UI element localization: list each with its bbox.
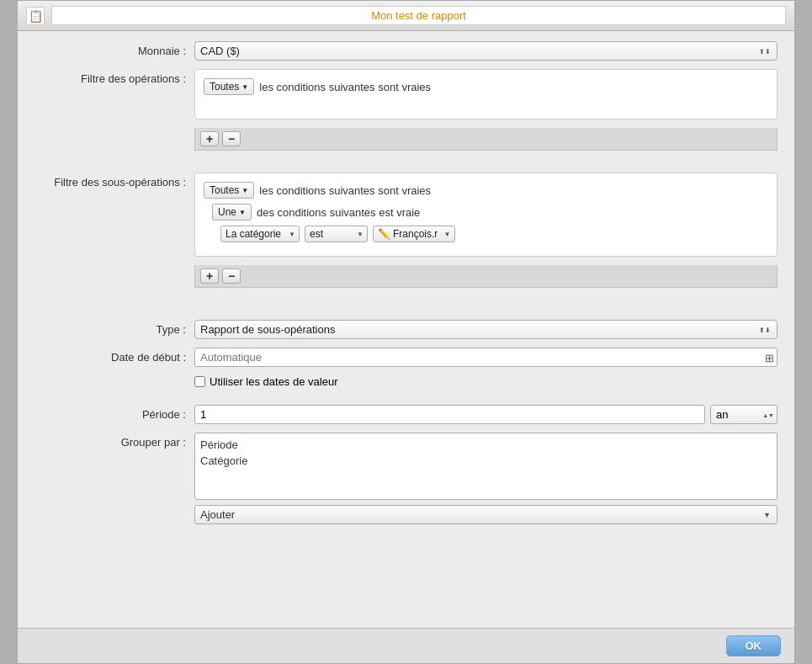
type-label: Type : xyxy=(34,320,194,336)
filtre-operations-row: Filtre des opérations : Toutes les condi… xyxy=(34,69,778,120)
utiliser-dates-checkbox-row: Utiliser les dates de valeur xyxy=(194,375,778,388)
date-input-wrapper: ⊞ xyxy=(194,348,778,367)
date-debut-input[interactable] xyxy=(194,348,778,367)
filtre-sous-operations-box: Toutes les conditions suivantes sont vra… xyxy=(194,173,778,257)
type-select[interactable]: Rapport de sous-opérations Rapport stand… xyxy=(194,320,778,339)
francois-value-button[interactable]: ✏️ François.r xyxy=(373,226,455,242)
utiliser-dates-row: Utiliser les dates de valeur xyxy=(34,375,778,396)
filtre-sous-row-2: Une des conditions suivantes est vraie xyxy=(212,204,768,220)
filtre-operations-label: Filtre des opérations : xyxy=(34,69,194,85)
date-debut-label: Date de début : xyxy=(34,348,194,364)
add-remove-row-2: + − xyxy=(34,265,778,301)
filtre-sous-row-3: La catégorie Le tiers Le montant est n'e… xyxy=(220,226,768,242)
toutes-button-2[interactable]: Toutes xyxy=(204,182,254,199)
une-condition-text: des conditions suivantes est vraie xyxy=(257,206,420,219)
filtre-sous-condition-text: les conditions suivantes sont vraies xyxy=(259,184,431,197)
grouper-par-row: Grouper par : Période Catégorie Ajouter … xyxy=(34,433,778,524)
add-remove-bar-2: + − xyxy=(194,265,778,288)
toutes-button-1[interactable]: Toutes xyxy=(204,78,254,95)
add-filter-2-button[interactable]: + xyxy=(200,268,219,284)
periode-unit-select[interactable]: an mois semaine xyxy=(710,405,778,424)
filtre-sous-row-1: Toutes les conditions suivantes sont vra… xyxy=(204,182,768,199)
add-remove-bar-1: + − xyxy=(194,128,778,151)
filtre-sous-operations-row: Filtre des sous-opérations : Toutes les … xyxy=(34,173,778,257)
periode-label: Période : xyxy=(34,405,194,421)
periode-row: Période : an mois semaine xyxy=(34,405,778,424)
periode-control: an mois semaine xyxy=(194,405,778,424)
monnaie-row: Monnaie : CAD ($) USD ($) EUR (€) xyxy=(34,41,778,61)
francois-label: François.r xyxy=(393,228,438,240)
type-select-wrapper: Rapport de sous-opérations Rapport stand… xyxy=(194,320,778,339)
category-select-wrapper: La catégorie Le tiers Le montant xyxy=(220,226,300,242)
est-select-wrapper: est n'est pas contient xyxy=(305,226,368,242)
dialog-footer: OK xyxy=(18,628,794,663)
utiliser-dates-label[interactable]: Utiliser les dates de valeur xyxy=(210,375,337,388)
periode-input[interactable] xyxy=(194,405,705,424)
periode-input-row: an mois semaine xyxy=(194,405,778,424)
report-title-input[interactable] xyxy=(51,6,786,25)
remove-filter-2-button[interactable]: − xyxy=(222,268,241,284)
type-row: Type : Rapport de sous-opérations Rappor… xyxy=(34,320,778,339)
dialog-content: Monnaie : CAD ($) USD ($) EUR (€) Filtre… xyxy=(18,31,794,628)
type-control: Rapport de sous-opérations Rapport stand… xyxy=(194,320,778,339)
category-select[interactable]: La catégorie Le tiers Le montant xyxy=(220,226,300,242)
add-remove-row-1: + − xyxy=(34,128,778,164)
pencil-icon: ✏️ xyxy=(378,228,390,240)
ajouter-wrapper: Ajouter Période Catégorie xyxy=(194,505,778,524)
add-filter-1-button[interactable]: + xyxy=(200,131,219,146)
filtre-operations-box: Toutes les conditions suivantes sont vra… xyxy=(194,69,778,120)
est-select[interactable]: est n'est pas contient xyxy=(305,226,368,242)
calendar-icon[interactable]: ⊞ xyxy=(765,351,774,364)
utiliser-dates-checkbox[interactable] xyxy=(194,376,205,387)
date-debut-row: Date de début : ⊞ xyxy=(34,348,778,367)
grouper-par-label: Grouper par : xyxy=(34,433,194,449)
monnaie-control: CAD ($) USD ($) EUR (€) xyxy=(194,41,778,61)
filtre-operations-text: les conditions suivantes sont vraies xyxy=(259,81,431,93)
monnaie-label: Monnaie : xyxy=(34,41,194,57)
grouper-par-control: Période Catégorie Ajouter Période Catégo… xyxy=(194,433,778,524)
periode-unit-wrapper: an mois semaine xyxy=(710,405,778,424)
groupby-item-periode: Période xyxy=(200,437,772,453)
remove-filter-1-button[interactable]: − xyxy=(222,131,241,146)
title-bar: 📋 xyxy=(18,1,794,31)
filtre-sous-operations-control: Toutes les conditions suivantes sont vra… xyxy=(194,173,778,257)
grouper-par-list: Période Catégorie xyxy=(194,433,778,500)
document-icon: 📋 xyxy=(26,7,45,25)
ok-button[interactable]: OK xyxy=(726,635,782,656)
filtre-operations-filter-row: Toutes les conditions suivantes sont vra… xyxy=(204,78,768,95)
filtre-operations-control: Toutes les conditions suivantes sont vra… xyxy=(194,69,778,120)
groupby-item-categorie: Catégorie xyxy=(200,453,772,469)
filtre-sous-operations-label: Filtre des sous-opérations : xyxy=(34,173,194,189)
ajouter-select[interactable]: Ajouter Période Catégorie xyxy=(194,505,778,524)
monnaie-select[interactable]: CAD ($) USD ($) EUR (€) xyxy=(194,41,778,61)
monnaie-select-wrapper: CAD ($) USD ($) EUR (€) xyxy=(194,41,778,61)
une-button[interactable]: Une xyxy=(212,204,252,220)
date-debut-control: ⊞ xyxy=(194,348,778,367)
